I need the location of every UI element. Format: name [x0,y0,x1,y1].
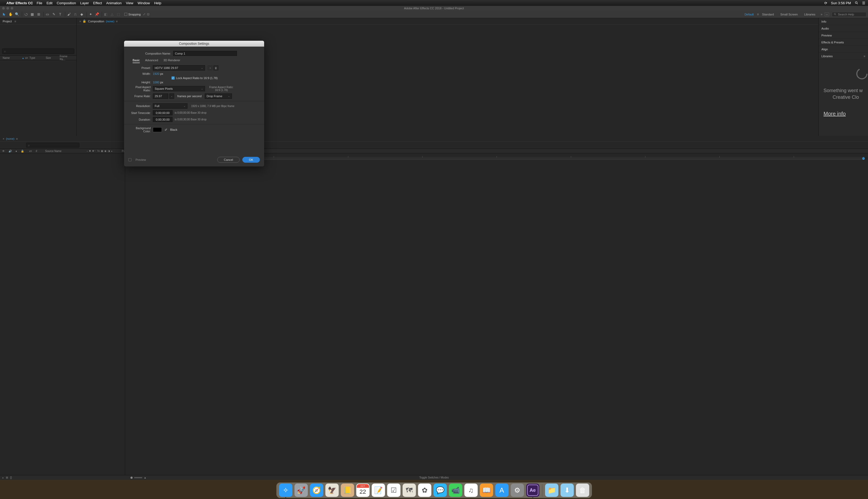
dock-calendar[interactable]: OCT22 [356,484,369,497]
tab-basic[interactable]: Basic [133,59,140,63]
col-name[interactable]: Name [3,57,14,59]
tl-speaker-icon[interactable]: 🔊 [9,150,12,153]
camera-tool-icon[interactable]: ▦ [29,12,35,17]
eraser-tool-icon[interactable]: ◆ [79,12,84,17]
timeline-close-icon[interactable]: × [3,137,4,140]
col-framerate[interactable]: Frame Ra... [60,55,69,61]
menu-list-icon[interactable]: ☰ [862,1,865,5]
pen-tool-icon[interactable]: ✎ [51,12,57,17]
panel-audio[interactable]: Audio [819,25,868,32]
tag-icon[interactable]: 🏷 [25,57,28,59]
preset-dropdown[interactable]: HDTV 1080 29.97⌄ [153,65,205,71]
tl-footer-icon-1[interactable]: ⬥ [2,476,4,479]
snapping-checkbox[interactable] [124,13,127,16]
panel-effects-presets[interactable]: Effects & Presets [819,39,868,46]
toggle-switches-button[interactable]: Toggle Switches / Modes [419,476,449,479]
project-panel-menu-icon[interactable]: ≡ [14,20,16,23]
dock-itunes[interactable]: ♫ [464,484,478,497]
panel-info[interactable]: Info [819,18,868,25]
eyedropper-icon[interactable]: ✐ [164,128,168,132]
tl-solo-icon[interactable]: ● [15,150,17,153]
tl-col-source[interactable]: Source Name [45,150,61,153]
width-value[interactable]: 1920 [153,72,159,75]
col-size[interactable]: Size [46,57,52,59]
zoom-tool-icon[interactable]: 🔍 [14,12,20,17]
pan-behind-tool-icon[interactable]: ⊞ [36,12,41,17]
libraries-menu-icon[interactable]: ≡ [864,54,865,58]
dock-notes[interactable]: 📝 [372,484,385,497]
menu-file[interactable]: File [37,1,42,5]
snap-ext-icon[interactable]: ⤢ [143,13,145,16]
menu-edit[interactable]: Edit [47,1,52,5]
menu-help[interactable]: Help [154,1,161,5]
panel-preview[interactable]: Preview [819,32,868,39]
dock-applications-folder[interactable]: 📁 [545,484,558,497]
dock-reminders[interactable]: ☑ [387,484,401,497]
dock-ibooks[interactable]: 📖 [480,484,493,497]
panel-libraries[interactable]: Libraries ≡ [819,53,868,60]
roto-tool-icon[interactable]: ✦ [88,12,93,17]
libraries-more-info-link[interactable]: More info [823,111,868,117]
bg-color-swatch[interactable] [153,127,162,132]
workspace-standard[interactable]: Standard [762,13,774,16]
workspace-small-screen[interactable]: Small Screen [780,13,798,16]
ok-button[interactable]: OK [242,157,260,163]
zoom-track[interactable] [134,477,142,478]
dock-downloads-folder[interactable]: ⬇ [561,484,574,497]
type-tool-icon[interactable]: T [58,12,63,17]
comp-name-input[interactable] [173,51,237,56]
tab-3d-renderer[interactable]: 3D Renderer [163,59,180,63]
tl-label-icon[interactable]: 🏷 [29,150,32,153]
menu-composition[interactable]: Composition [57,1,76,5]
preview-checkbox[interactable] [129,158,132,161]
composition-tab-label[interactable]: Composition [88,20,104,23]
menu-animation[interactable]: Animation [106,1,122,5]
tab-advanced[interactable]: Advanced [145,59,158,63]
clone-tool-icon[interactable]: ⎍ [73,12,78,17]
project-tab[interactable]: Project ≡ [0,18,76,24]
selection-tool-icon[interactable] [2,12,7,17]
brush-tool-icon[interactable]: 🖌 [66,12,72,17]
hand-tool-icon[interactable]: ✋ [8,12,13,17]
sort-arrow-icon[interactable]: ▴ [22,57,24,59]
framerate-input[interactable]: 29.97 [153,94,168,99]
snapping-toggle[interactable]: Snapping ⤢ ⊡ [124,13,149,16]
tl-eye-icon[interactable]: 👁 [2,150,5,153]
tl-footer-icon-3[interactable]: {} [10,476,12,479]
rect-tool-icon[interactable]: ▭ [45,12,50,17]
zoom-handle-left[interactable] [131,477,133,479]
framerate-chev[interactable]: ⌄ [169,94,174,99]
menu-view[interactable]: View [126,1,133,5]
start-timecode-input[interactable] [153,110,172,115]
duration-input[interactable] [153,117,172,122]
dock-after-effects[interactable]: Ae [526,484,539,497]
app-name[interactable]: After Effects CC [7,1,33,5]
traffic-lights[interactable] [2,7,13,10]
orbit-tool-icon[interactable]: ⭯ [23,12,28,17]
tl-col-num[interactable]: # [36,150,37,153]
resolution-dropdown[interactable]: Full⌄ [153,103,187,109]
dock-mail[interactable]: 🦅 [325,484,339,497]
close-tab-icon[interactable]: × [80,20,81,23]
lock-icon[interactable]: 🔒 [83,20,86,23]
dock-trash[interactable]: 🗑 [576,484,589,497]
dock-messages[interactable]: 💬 [433,484,447,497]
workspace-menu-icon[interactable]: ≡ [757,13,759,16]
timeline-search[interactable]: ⌕ [26,143,80,147]
dock-appstore[interactable]: A [495,484,509,497]
workspace-libraries[interactable]: Libraries [804,13,815,16]
dock-facetime[interactable]: 📹 [449,484,462,497]
par-dropdown[interactable]: Square Pixels⌄ [153,86,205,91]
project-search-input[interactable]: ⌕ [2,48,74,54]
dock-finder[interactable]: ✧ [279,484,292,497]
panel-align[interactable]: Align [819,46,868,53]
dock-maps[interactable]: 🗺 [403,484,416,497]
puppet-tool-icon[interactable]: 📌 [94,12,100,17]
dock-launchpad[interactable]: 🚀 [294,484,308,497]
snap-bounds-icon[interactable]: ⊡ [147,13,149,16]
menu-window[interactable]: Window [138,1,150,5]
zoom-mountain-icon[interactable]: ▲ [144,476,146,479]
search-help-input[interactable]: Search Help [832,12,866,17]
delete-preset-button[interactable]: 🗑 [213,65,218,70]
menu-effect[interactable]: Effect [93,1,102,5]
